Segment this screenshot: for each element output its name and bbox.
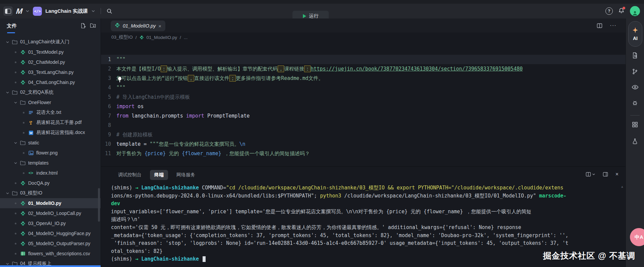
explorer-title: 文件 <box>7 23 17 29</box>
ai-assistant-button[interactable]: AI <box>628 21 642 47</box>
tree-item[interactable]: 易速鲜花员工手册.pdf <box>0 118 101 128</box>
tree-item[interactable]: flower.png <box>0 148 101 158</box>
tree-item[interactable]: 05_ModelIO_OutputParser.py <box>0 238 101 249</box>
terminal-line: ●(shims) → LangChain-shizhanke COMMAND="… <box>111 184 623 192</box>
chevron-down-icon[interactable] <box>5 191 10 195</box>
tree-item[interactable]: 01_ModelIO.py <box>0 198 101 208</box>
tree-item[interactable]: 04_ModelIO_HuggingFace.py <box>0 228 101 238</box>
scroll-up-arrow-icon[interactable]: ▲ <box>621 185 624 188</box>
code-line[interactable]: 6import os <box>101 102 626 111</box>
preview-eye-icon[interactable] <box>626 84 644 90</box>
chevron-down-icon[interactable] <box>13 161 18 165</box>
breadcrumb-file[interactable]: 01_ModelIO.py <box>147 35 177 40</box>
tree-item-label: 02_文档QA系统 <box>20 89 54 95</box>
tree-item[interactable]: 02_ChatModel.py <box>0 57 101 67</box>
tree-item[interactable]: static <box>0 138 101 148</box>
tree-item[interactable]: 02_文档QA系统 <box>0 87 101 97</box>
chevron-down-icon[interactable] <box>13 101 18 104</box>
breadcrumb[interactable]: 03_模型IO / 01_ModelIO.py / ... <box>111 33 187 42</box>
sidebar-bottom-scrollbar[interactable] <box>0 265 101 267</box>
notifications-button[interactable] <box>618 7 625 15</box>
maximize-panel-icon[interactable] <box>603 172 608 177</box>
line-number: 2 <box>103 64 111 74</box>
split-terminal-icon[interactable] <box>586 172 595 177</box>
code-line[interactable]: 5# 导入LangChain中的提示模板 <box>101 92 626 102</box>
new-file-icon[interactable] <box>80 23 86 29</box>
code-text: from langchain.prompts import PromptTemp… <box>116 111 250 121</box>
editor-group: 01_ModelIO.py × ··· 03_模型IO / 01_ModelIO… <box>101 18 626 267</box>
activity-divider <box>630 115 640 116</box>
tree-item[interactable]: <>index.html <box>0 168 101 178</box>
tree-item[interactable]: 04_ChatLongChain.py <box>0 77 101 87</box>
tree-item[interactable]: DocQA.py <box>0 178 101 188</box>
split-editor-icon[interactable] <box>597 23 602 28</box>
chevron-down-icon[interactable] <box>5 262 10 266</box>
tab-network-service[interactable]: 网络服务 <box>172 170 200 180</box>
code-line[interactable]: 9# 创建原始模板 <box>101 130 626 139</box>
help-icon[interactable]: ? <box>605 7 613 15</box>
chevron-down-icon[interactable] <box>5 40 10 44</box>
tree-item[interactable]: 01_TextModel.py <box>0 47 101 57</box>
source-control-icon[interactable] <box>626 68 644 75</box>
tree-item[interactable]: 03_OpenAI_IO.py <box>0 218 101 228</box>
tree-item-label: index.html <box>36 170 58 176</box>
code-line[interactable]: 4""" <box>101 83 626 92</box>
code-line[interactable]: 11对于售价为 {price} 元的 {flower_name} ，您能提供一个… <box>101 149 626 158</box>
line-number: 5 <box>103 92 111 102</box>
tree-item[interactable]: templates <box>0 158 101 168</box>
project-name[interactable]: LangChain 实战课 <box>45 8 88 14</box>
search-icon[interactable] <box>106 8 112 14</box>
code-line[interactable]: 8 <box>101 121 626 130</box>
run-label: 运行 <box>309 13 319 19</box>
line-number: 10 <box>103 139 111 149</box>
python-icon <box>140 35 144 40</box>
logo-chevron-down-icon[interactable] <box>25 9 30 13</box>
project-chevron-down-icon[interactable] <box>91 9 95 13</box>
tree-item[interactable]: 01_LangChain快速入门 <box>0 37 101 47</box>
line-number: 4 <box>103 83 111 92</box>
close-panel-icon[interactable]: × <box>615 171 619 177</box>
more-actions-icon[interactable]: ··· <box>610 22 616 29</box>
terminal-line: 'finish_reason': 'stop', 'logprobs': Non… <box>111 239 623 248</box>
mouse-pointer <box>118 77 121 80</box>
tree-item[interactable]: W易速鲜花运营指南.docx <box>0 128 101 138</box>
chevron-down-icon[interactable] <box>13 141 18 145</box>
tab-debug-console[interactable]: 调试控制台 <box>114 170 146 180</box>
breadcrumb-symbol[interactable]: ... <box>184 35 187 40</box>
code-line[interactable]: 10template = """您是一位专业的鲜花店文案撰写员。\n <box>101 139 626 149</box>
explorer-sidebar: 文件 01_LangChain快速入门01_TextModel.py02_Cha… <box>0 18 101 267</box>
tree-item[interactable]: 花语大全.txt <box>0 107 101 118</box>
avatar[interactable] <box>630 6 640 16</box>
terminal-line: input_variables=['flower_name', 'price']… <box>111 208 623 216</box>
extensions-icon[interactable] <box>626 121 644 128</box>
code-line[interactable]: 1""" <box>101 55 626 64</box>
chevron-down-icon[interactable] <box>5 91 10 94</box>
tree-item[interactable]: OneFlower <box>0 97 101 107</box>
toggle-sidebar-button[interactable] <box>3 6 13 16</box>
close-tab-icon[interactable]: × <box>158 24 161 29</box>
new-folder-icon[interactable] <box>90 23 96 29</box>
python-icon <box>19 231 26 236</box>
code-editor[interactable]: 1"""2本文件是【模型I/O：输入提示、调用模型、解析输出】章节的配套代码，课… <box>101 43 626 178</box>
code-line[interactable]: 3您可以点击最上方的“运行”按钮，直接运行该文件；更多操作指引请参考Readme… <box>101 74 626 83</box>
debug-bug-icon[interactable] <box>626 100 644 106</box>
tree-item[interactable]: 03_模型IO <box>0 188 101 198</box>
marscode-logo[interactable]: M <box>16 7 23 16</box>
tab-terminal[interactable]: 终端 <box>150 170 168 180</box>
terminal-line: _metadata={'token_usage': {'completion_t… <box>111 232 623 240</box>
tree-item[interactable]: 02_ModelIO_LoopCall.py <box>0 208 101 218</box>
code-line[interactable]: 2本文件是【模型I/O：输入提示、调用模型、解析输出】章节的配套代码，课程链接：… <box>101 64 626 74</box>
sidebar-scrollbar[interactable] <box>98 188 100 222</box>
tree-item[interactable]: flowers_with_descriptions.csv <box>0 249 101 259</box>
code-text: 对于售价为 {price} 元的 {flower_name} ，您能提供一个吸引… <box>116 149 310 158</box>
tree-item[interactable]: 03_TextLangChain.py <box>0 67 101 77</box>
line-number: 8 <box>103 121 111 130</box>
tree-item-label: 04_ModelIO_HuggingFace.py <box>28 231 91 236</box>
file-status-dot <box>13 61 18 63</box>
breadcrumb-folder[interactable]: 03_模型IO <box>111 34 133 40</box>
code-text: import os <box>116 102 144 111</box>
code-line[interactable]: 7from langchain.prompts import PromptTem… <box>101 111 626 121</box>
file-search-icon[interactable] <box>626 52 644 59</box>
editor-tab[interactable]: 01_ModelIO.py × <box>111 20 165 31</box>
test-flask-icon[interactable] <box>626 138 644 145</box>
